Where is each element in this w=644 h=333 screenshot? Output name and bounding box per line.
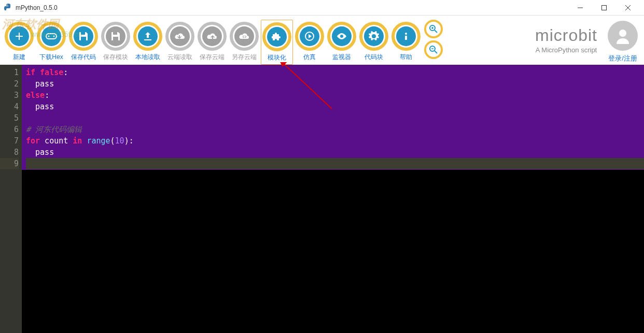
gear-icon: [369, 31, 379, 41]
plus-icon: [14, 31, 24, 41]
svg-rect-5: [46, 34, 57, 39]
local-read-button[interactable]: 本地读取: [132, 20, 163, 64]
blockly-button[interactable]: 模块化: [261, 20, 293, 65]
blockly-label: 模块化: [268, 53, 286, 62]
simulate-button[interactable]: 仿真: [294, 20, 325, 64]
save-module-icon: [110, 31, 121, 41]
cloud-upload-icon: [206, 32, 218, 40]
monitor-button[interactable]: 监视器: [326, 20, 357, 64]
microbit-icon: [45, 32, 58, 41]
line-number: 8: [0, 147, 19, 158]
code-block-button[interactable]: 代码块: [358, 20, 389, 64]
app-icon: [4, 4, 12, 12]
line-number: 3: [0, 90, 19, 101]
saveas-cloud-button[interactable]: 另存云端: [229, 20, 260, 64]
login-link[interactable]: 登录/注册: [608, 54, 638, 63]
save-icon: [78, 31, 89, 41]
line-number: 2: [0, 78, 19, 90]
user-icon: [613, 26, 632, 45]
window-titlebar: mPython_0.5.0: [0, 0, 644, 16]
code-line: [26, 112, 644, 124]
new-label: 新建: [13, 53, 25, 62]
svg-point-6: [48, 36, 50, 37]
line-number: 5: [0, 112, 19, 124]
download-hex-label: 下载Hex: [39, 53, 63, 62]
play-circle-icon: [304, 31, 315, 41]
save-module-label: 保存模块: [103, 53, 128, 62]
cloud-link-icon: [239, 32, 250, 40]
code-line: pass: [26, 147, 644, 158]
svg-rect-2: [602, 5, 607, 10]
close-button[interactable]: [616, 0, 640, 16]
zoom-in-button[interactable]: [424, 20, 443, 38]
zoom-buttons: [424, 20, 443, 59]
svg-point-9: [405, 33, 407, 35]
line-number: 9: [0, 158, 19, 169]
save-code-label: 保存代码: [71, 53, 96, 62]
puzzle-icon: [272, 32, 282, 42]
zoom-out-button[interactable]: [424, 40, 443, 59]
code-line: pass: [26, 101, 644, 112]
code-line: # 河东代码编辑: [26, 124, 644, 135]
code-line: if false:: [26, 67, 644, 78]
eye-icon: [336, 32, 347, 40]
svg-point-7: [53, 36, 55, 37]
save-code-button[interactable]: 保存代码: [68, 20, 99, 64]
main-toolbar: 新建 下载Hex 保存代码 保存模块 本地读取 云端读取 保存云端 另存云端 模…: [0, 16, 644, 65]
line-number: 6: [0, 124, 19, 135]
zoom-out-icon: [429, 45, 438, 54]
brand-area: microbit A MicroPython script: [535, 26, 597, 54]
line-number: 4: [0, 101, 19, 112]
minimize-button[interactable]: [568, 0, 592, 16]
svg-point-0: [7, 4, 8, 5]
editor-empty-area: [22, 170, 644, 333]
maximize-button[interactable]: [592, 0, 616, 16]
window-controls: [568, 0, 640, 16]
cloud-read-button[interactable]: 云端读取: [164, 20, 195, 64]
monitor-label: 监视器: [332, 53, 351, 62]
zoom-in-icon: [429, 24, 438, 34]
save-module-button[interactable]: 保存模块: [100, 20, 131, 64]
local-read-label: 本地读取: [135, 53, 160, 62]
upload-icon: [143, 31, 153, 41]
code-line-current: [26, 158, 644, 169]
avatar[interactable]: [608, 21, 638, 51]
help-label: 帮助: [400, 53, 412, 62]
code-line: else:: [26, 90, 644, 101]
help-button[interactable]: 帮助: [390, 20, 422, 64]
svg-point-18: [619, 30, 626, 37]
cloud-download-icon: [174, 32, 186, 40]
brand-title: microbit: [535, 26, 597, 45]
code-content[interactable]: if false: pass else: pass # 河东代码编辑 for c…: [22, 65, 644, 333]
new-button[interactable]: 新建: [4, 20, 35, 64]
code-line: for count in range(10):: [26, 135, 644, 147]
save-cloud-button[interactable]: 保存云端: [197, 20, 228, 64]
simulate-label: 仿真: [303, 53, 316, 62]
svg-line-12: [435, 30, 437, 33]
line-gutter: 1 2 3 4 5 6 7 8 9: [0, 65, 22, 333]
window-title: mPython_0.5.0: [16, 4, 568, 11]
line-number: 7: [0, 135, 19, 147]
svg-line-16: [435, 51, 437, 53]
save-cloud-label: 保存云端: [200, 53, 225, 62]
code-block-label: 代码块: [365, 53, 383, 62]
cloud-read-label: 云端读取: [167, 53, 192, 62]
line-number: 1: [0, 67, 19, 78]
info-icon: [401, 31, 411, 41]
download-hex-button[interactable]: 下载Hex: [36, 20, 67, 64]
saveas-cloud-label: 另存云端: [232, 53, 257, 62]
brand-subtitle: A MicroPython script: [535, 46, 597, 54]
svg-rect-10: [405, 36, 407, 40]
user-area: 登录/注册: [608, 21, 638, 63]
code-editor[interactable]: 1 2 3 4 5 6 7 8 9 if false: pass else: p…: [0, 65, 644, 333]
code-line: pass: [26, 78, 644, 90]
